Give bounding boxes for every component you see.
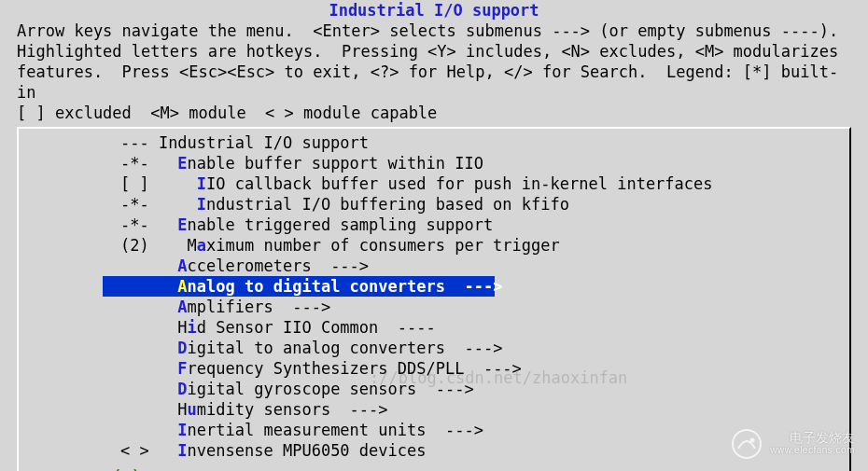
- menu-label: Industrial I/O support: [159, 133, 369, 152]
- svg-point-0: [733, 430, 761, 458]
- logo-icon: [731, 428, 763, 460]
- menu-item[interactable]: Digital to analog converters --->: [17, 338, 851, 358]
- menu-label: nvensense MPU6050 devices: [188, 441, 427, 460]
- menu-prefix: -*-: [82, 215, 177, 234]
- menu-prefix: H: [82, 400, 188, 419]
- menu-item[interactable]: [ ] IIO callback buffer used for push in…: [17, 173, 851, 194]
- menu-prefix: [82, 359, 177, 378]
- menu-label: nertial measurement units --->: [188, 421, 483, 439]
- hotkey: u: [188, 400, 197, 419]
- menu-label: nable buffer support within IIO: [188, 154, 483, 173]
- menu-item[interactable]: Inertial measurement units --->: [17, 420, 851, 440]
- more-indicator: v(+): [17, 466, 851, 471]
- hotkey: A: [177, 256, 187, 275]
- menu-item[interactable]: -*- Enable triggered sampling support: [17, 215, 851, 235]
- help-text: Arrow keys navigate the menu. <Enter> se…: [0, 21, 868, 123]
- menu-item[interactable]: (2) Maximum number of consumers per trig…: [17, 235, 851, 256]
- menu-item[interactable]: -*- Enable buffer support within IIO: [17, 153, 851, 173]
- logo-site: www.elecfans.com: [770, 444, 855, 457]
- menu-prefix: [82, 277, 177, 296]
- menu-label: igital gyroscope sensors --->: [188, 380, 474, 398]
- hotkey: E: [177, 154, 187, 173]
- svg-point-1: [750, 438, 755, 443]
- menu-item-selected[interactable]: Analog to digital converters --->: [17, 276, 851, 297]
- menu-item[interactable]: Humidity sensors --->: [17, 399, 851, 420]
- hotkey: I: [177, 421, 187, 439]
- menu-item[interactable]: --- Industrial I/O support: [17, 132, 851, 153]
- menu-prefix: (2) M: [82, 236, 197, 255]
- hotkey: E: [177, 215, 187, 234]
- menu-prefix: [82, 421, 177, 439]
- menu-item[interactable]: Amplifiers --->: [17, 297, 851, 317]
- menu-label: mplifiers --->: [188, 298, 331, 316]
- source-logo: 电子发烧友 www.elecfans.com: [731, 428, 855, 460]
- logo-brand: 电子发烧友: [790, 430, 855, 445]
- menu-label: ximum number of consumers per trigger: [206, 236, 560, 255]
- menu-item[interactable]: Frequency Synthesizers DDS/PLL --->: [17, 358, 851, 379]
- menu-prefix: [82, 339, 177, 357]
- menu-item[interactable]: < > Invensense MPU6050 devices: [17, 440, 851, 461]
- menu-item[interactable]: Digital gyroscope sensors --->: [17, 379, 851, 399]
- menu-item[interactable]: Accelerometers --->: [17, 256, 851, 276]
- menu-item[interactable]: -*- Industrial I/O buffering based on kf…: [17, 194, 851, 215]
- menu-prefix: [82, 298, 177, 316]
- hotkey: A: [177, 277, 187, 296]
- menu-prefix: ---: [82, 133, 159, 152]
- menu-prefix: -*-: [82, 195, 197, 214]
- menu-label: d Sensor IIO Common ----: [197, 318, 436, 337]
- hotkey: i: [188, 318, 197, 337]
- hotkey: I: [197, 195, 206, 214]
- menu-prefix: [ ]: [82, 174, 197, 193]
- menu-label: nable triggered sampling support: [188, 215, 494, 234]
- menu-prefix: [82, 380, 177, 398]
- menu-label: nalog to digital converters --->: [188, 277, 503, 296]
- menu-label: requency Synthesizers DDS/PLL --->: [188, 359, 522, 378]
- hotkey: D: [177, 380, 187, 398]
- menu-box: ://blog.csdn.net/zhaoxinfan --- Industri…: [17, 127, 851, 471]
- hotkey: F: [177, 359, 187, 378]
- menu-label: ndustrial I/O buffering based on kfifo: [206, 195, 569, 214]
- hotkey: I: [197, 174, 206, 193]
- menu-item[interactable]: Hid Sensor IIO Common ----: [17, 317, 851, 338]
- hotkey: a: [197, 236, 206, 255]
- menu-prefix: < >: [82, 441, 177, 460]
- menu-label: igital to analog converters --->: [188, 339, 503, 357]
- hotkey: A: [177, 298, 187, 316]
- hotkey: D: [177, 339, 187, 357]
- menu-prefix: [82, 256, 177, 275]
- menu-label: midity sensors --->: [197, 400, 388, 419]
- page-title: Industrial I/O support: [0, 0, 868, 21]
- menu-label: ccelerometers --->: [188, 256, 369, 275]
- menu-label: IO callback buffer used for push in-kern…: [206, 174, 712, 193]
- menu-prefix: H: [82, 318, 188, 337]
- hotkey: I: [177, 441, 187, 460]
- menu-prefix: -*-: [82, 154, 177, 173]
